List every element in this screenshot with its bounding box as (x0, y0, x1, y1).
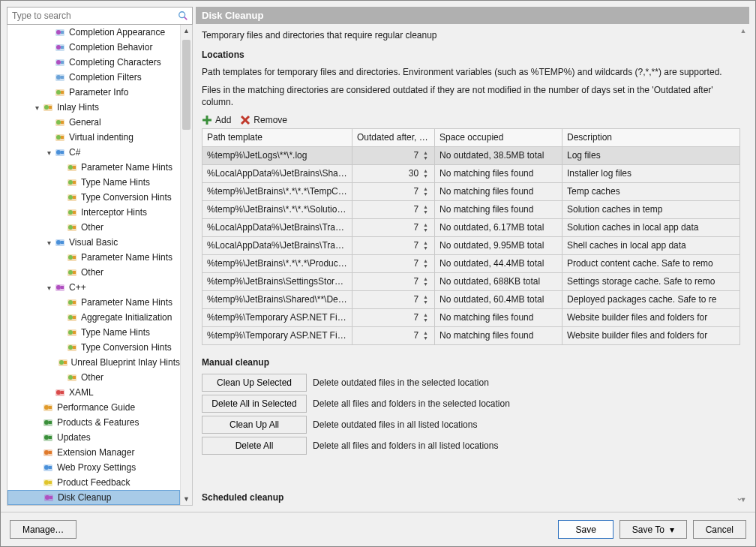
days-value[interactable]: 30 (409, 168, 418, 179)
table-row[interactable]: %temp%\JetBrains\*.*\*.*\TempCach7▲▼No m… (202, 182, 740, 200)
spin-buttons[interactable]: ▲▼ (422, 312, 430, 323)
spin-up-icon[interactable]: ▲ (422, 150, 430, 155)
table-row[interactable]: %temp%\JetLogs\**\*.log7▲▼No outdated, 3… (202, 146, 740, 164)
tree-item[interactable]: Completion Appearance (8, 25, 180, 40)
tree-item[interactable]: Completion Behavior (8, 40, 180, 55)
tree-item[interactable]: Unreal Blueprint Inlay Hints (8, 355, 180, 370)
tree-item[interactable]: Type Conversion Hints (8, 190, 180, 205)
manual-action-button[interactable]: Delete All (202, 437, 307, 455)
add-button[interactable]: Add (202, 115, 231, 125)
search-input[interactable] (10, 10, 177, 22)
days-value[interactable]: 7 (413, 186, 418, 197)
manual-action-button[interactable]: Clean Up Selected (202, 374, 307, 392)
cell-days[interactable]: 7▲▼ (352, 146, 435, 164)
cell-days[interactable]: 7▲▼ (352, 236, 435, 254)
tree-item[interactable]: Parameter Info (8, 85, 180, 100)
cell-days[interactable]: 30▲▼ (352, 164, 435, 182)
tree-item[interactable]: Inlay Hints (8, 100, 180, 115)
tree-item[interactable]: Extension Manager (8, 445, 180, 460)
table-row[interactable]: %temp%\Temporary ASP.NET Files\[7▲▼No ma… (202, 308, 740, 326)
spin-up-icon[interactable]: ▲ (422, 258, 430, 263)
spin-down-icon[interactable]: ▼ (422, 335, 430, 341)
spin-down-icon[interactable]: ▼ (422, 263, 430, 269)
spin-buttons[interactable]: ▲▼ (422, 276, 430, 287)
spin-buttons[interactable]: ▲▼ (422, 204, 430, 215)
spin-up-icon[interactable]: ▲ (422, 222, 430, 227)
tree-item[interactable]: Type Name Hints (8, 175, 180, 190)
tree-item[interactable]: Other (8, 220, 180, 235)
spin-up-icon[interactable]: ▲ (422, 312, 430, 317)
scroll-thumb[interactable] (182, 40, 190, 130)
tree-item[interactable]: Updates (8, 430, 180, 445)
tree-item[interactable]: Completing Characters (8, 55, 180, 70)
table-row[interactable]: %LocalAppData%\JetBrains\Transien7▲▼No o… (202, 236, 740, 254)
cell-days[interactable]: 7▲▼ (352, 254, 435, 272)
table-row[interactable]: %LocalAppData%\JetBrains\Transien7▲▼No o… (202, 218, 740, 236)
spin-up-icon[interactable]: ▲ (422, 330, 430, 335)
cell-path[interactable]: %LocalAppData%\JetBrains\Transien (202, 236, 352, 254)
spin-buttons[interactable]: ▲▼ (422, 186, 430, 197)
scroll-down-icon[interactable]: ▼ (181, 493, 192, 505)
cell-path[interactable]: %temp%\JetBrains\SettingsStorageC (202, 272, 352, 290)
tree-item[interactable]: Web Proxy Settings (8, 460, 180, 475)
cell-path[interactable]: %temp%\JetBrains\*.*\*.*\SolutionCa (202, 200, 352, 218)
tree-item[interactable]: Aggregate Initialization (8, 310, 180, 325)
days-value[interactable]: 7 (413, 276, 418, 287)
spin-up-icon[interactable]: ▲ (422, 204, 430, 209)
col-space[interactable]: Space occupied (435, 128, 562, 146)
table-row[interactable]: %temp%\JetBrains\*.*\*.*\SolutionCa7▲▼No… (202, 200, 740, 218)
locations-table[interactable]: Path template Outdated after, days Space… (202, 128, 740, 345)
cell-path[interactable]: %temp%\JetBrains\Shared\**\Deplo (202, 290, 352, 308)
cancel-button[interactable]: Cancel (693, 520, 746, 539)
spin-down-icon[interactable]: ▼ (422, 281, 430, 287)
settings-tree[interactable]: Completion AppearanceCompletion Behavior… (8, 25, 180, 505)
days-value[interactable]: 7 (413, 222, 418, 233)
spin-buttons[interactable]: ▲▼ (422, 150, 430, 161)
spin-up-icon[interactable]: ▲ (422, 168, 430, 173)
spin-down-icon[interactable]: ▼ (422, 227, 430, 233)
tree-item[interactable]: Virtual indenting (8, 130, 180, 145)
cell-path[interactable]: %temp%\Temporary ASP.NET Files\[ (202, 308, 352, 326)
days-value[interactable]: 7 (413, 204, 418, 215)
tree-item[interactable]: Parameter Name Hints (8, 295, 180, 310)
days-value[interactable]: 7 (413, 258, 418, 269)
col-desc[interactable]: Description (562, 128, 740, 146)
tree-item[interactable]: Products & Features (8, 415, 180, 430)
spin-down-icon[interactable]: ▼ (422, 155, 430, 161)
spin-up-icon[interactable]: ▲ (422, 294, 430, 299)
days-value[interactable]: 7 (413, 240, 418, 251)
table-row[interactable]: %temp%\JetBrains\*.*\*.*\ProductCo7▲▼No … (202, 254, 740, 272)
cell-path[interactable]: %temp%\Temporary ASP.NET Files\[ (202, 326, 352, 344)
spin-buttons[interactable]: ▲▼ (422, 294, 430, 305)
tree-item[interactable]: Type Conversion Hints (8, 340, 180, 355)
tree-item[interactable]: Parameter Name Hints (8, 250, 180, 265)
tree-item[interactable]: Completion Filters (8, 70, 180, 85)
expand-toggle-icon[interactable] (44, 149, 54, 157)
cell-days[interactable]: 7▲▼ (352, 218, 435, 236)
cell-path[interactable]: %temp%\JetLogs\**\*.log (202, 146, 352, 164)
tree-item[interactable]: C# (8, 145, 180, 160)
spin-up-icon[interactable]: ▲ (422, 276, 430, 281)
scroll-up-icon[interactable]: ▲ (181, 25, 192, 37)
spin-buttons[interactable]: ▲▼ (422, 240, 430, 251)
tree-item[interactable]: Performance Guide (8, 400, 180, 415)
tree-item[interactable]: Type Name Hints (8, 325, 180, 340)
manual-action-button[interactable]: Clean Up All (202, 416, 307, 434)
spin-down-icon[interactable]: ▼ (422, 209, 430, 215)
days-value[interactable]: 7 (413, 312, 418, 323)
days-value[interactable]: 7 (413, 330, 418, 341)
days-value[interactable]: 7 (413, 150, 418, 161)
cell-days[interactable]: 7▲▼ (352, 200, 435, 218)
search-icon[interactable] (177, 10, 189, 22)
tree-item[interactable]: Disk Cleanup (8, 490, 180, 505)
manage-button[interactable]: Manage… (10, 520, 76, 539)
spin-down-icon[interactable]: ▼ (422, 173, 430, 179)
table-row[interactable]: %temp%\JetBrains\Shared\**\Deplo7▲▼No ou… (202, 290, 740, 308)
cell-days[interactable]: 7▲▼ (352, 326, 435, 344)
tree-item[interactable]: XAML (8, 385, 180, 400)
chevron-down-icon[interactable]: ⌄ (736, 492, 743, 503)
col-path[interactable]: Path template (202, 128, 352, 146)
tree-item[interactable]: Product Feedback (8, 475, 180, 490)
spin-down-icon[interactable]: ▼ (422, 245, 430, 251)
cell-days[interactable]: 7▲▼ (352, 308, 435, 326)
